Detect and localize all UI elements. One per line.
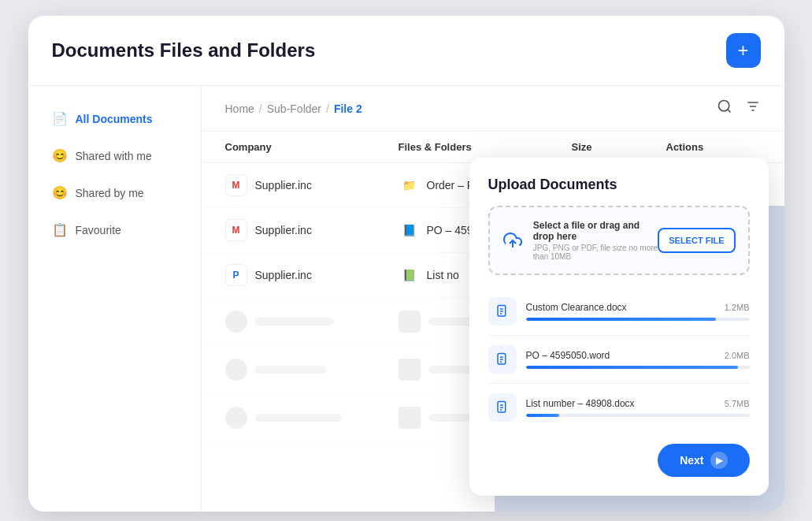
upload-item-name: PO – 4595050.word — [526, 350, 610, 361]
progress-bar-bg — [526, 414, 750, 417]
upload-footer: Next ▶ — [488, 444, 750, 477]
drop-zone-text: Select a file or drag and drop here JPG,… — [533, 220, 658, 261]
drop-zone[interactable]: Select a file or drag and drop here JPG,… — [488, 206, 750, 275]
upload-item-info: PO – 4595050.word 2.0MB — [526, 350, 750, 369]
upload-item-size: 2.0MB — [725, 351, 750, 360]
sidebar: 📄 All Documents 😊 Shared with me 😊 Share… — [28, 86, 202, 512]
upload-item-info: List number – 48908.docx 5.7MB — [526, 398, 750, 417]
breadcrumb-sep-1: / — [259, 102, 262, 115]
shared-with-me-icon: 😊 — [52, 148, 68, 163]
sidebar-item-label: Favourite — [76, 224, 121, 236]
breadcrumb-home[interactable]: Home — [225, 102, 254, 115]
header: Documents Files and Folders + — [28, 16, 784, 86]
file-doc-icon — [488, 297, 517, 326]
file-name: List no — [427, 269, 459, 281]
company-name: Supplier.inc — [255, 179, 312, 192]
sidebar-item-label: Shared by me — [76, 187, 144, 199]
col-actions: Actions — [666, 141, 761, 153]
filter-icon[interactable] — [745, 99, 761, 118]
file-doc-icon — [488, 345, 517, 374]
next-button[interactable]: Next ▶ — [658, 444, 749, 477]
company-name: Supplier.inc — [255, 269, 312, 281]
upload-item-row: PO – 4595050.word 2.0MB — [526, 350, 750, 361]
col-files: Files & Folders — [399, 141, 572, 153]
next-button-label: Next — [680, 454, 703, 467]
upload-item-row: Custom Clearance.docx 1.2MB — [526, 302, 750, 313]
progress-bar-fill — [526, 318, 716, 321]
drop-text-sub: JPG, PNG or PDF, file size no more than … — [533, 244, 658, 261]
select-file-button[interactable]: SELECT FILE — [658, 228, 735, 253]
app-container: Documents Files and Folders + 📄 All Docu… — [28, 16, 784, 512]
progress-bar-bg — [526, 366, 750, 369]
breadcrumb-current[interactable]: File 2 — [334, 102, 362, 115]
drop-text-main: Select a file or drag and drop here — [533, 220, 658, 242]
sidebar-item-all-documents[interactable]: 📄 All Documents — [40, 102, 189, 136]
upload-item-name: Custom Clearance.docx — [526, 302, 627, 313]
upload-modal: Upload Documents Select a file or drag a… — [469, 158, 769, 496]
company-cell: M Supplier.inc — [225, 174, 399, 196]
svg-line-1 — [727, 110, 730, 113]
upload-item: List number – 48908.docx 5.7MB — [488, 384, 750, 431]
company-logo: M — [225, 174, 247, 196]
word-icon: 📘 — [399, 219, 421, 241]
upload-file-list: Custom Clearance.docx 1.2MB PO – 4595050… — [488, 288, 750, 431]
upload-item-size: 1.2MB — [725, 303, 750, 312]
favourite-icon: 📋 — [52, 222, 68, 237]
svg-point-0 — [718, 101, 729, 111]
next-arrow-icon: ▶ — [710, 452, 728, 469]
breadcrumb-subfolder[interactable]: Sub-Folder — [267, 102, 321, 115]
upload-item-size: 5.7MB — [725, 399, 750, 408]
company-logo: P — [225, 264, 247, 286]
drop-zone-left: Select a file or drag and drop here JPG,… — [502, 220, 658, 261]
sidebar-item-label: Shared with me — [76, 150, 152, 162]
file-doc-icon — [488, 393, 517, 422]
progress-bar-fill — [526, 414, 560, 417]
page-title: Documents Files and Folders — [52, 39, 316, 61]
upload-item-name: List number – 48908.docx — [526, 398, 635, 409]
folder-icon: 📁 — [399, 174, 421, 196]
upload-item-row: List number – 48908.docx 5.7MB — [526, 398, 750, 409]
sidebar-item-shared-by-me[interactable]: 😊 Shared by me — [40, 176, 189, 210]
upload-icon — [502, 226, 524, 255]
sidebar-item-label: All Documents — [76, 113, 153, 125]
breadcrumb: Home / Sub-Folder / File 2 — [225, 102, 362, 115]
company-cell: P Supplier.inc — [225, 264, 399, 286]
upload-item-info: Custom Clearance.docx 1.2MB — [526, 302, 750, 321]
breadcrumb-actions — [717, 99, 761, 118]
upload-item: PO – 4595050.word 2.0MB — [488, 336, 750, 384]
col-company: Company — [225, 141, 399, 153]
company-name: Supplier.inc — [255, 224, 312, 236]
sidebar-item-favourite[interactable]: 📋 Favourite — [40, 213, 189, 247]
progress-bar-bg — [526, 318, 750, 321]
breadcrumb-bar: Home / Sub-Folder / File 2 — [202, 86, 784, 132]
col-size: Size — [572, 141, 666, 153]
company-logo: M — [225, 219, 247, 241]
excel-icon: 📗 — [399, 264, 421, 286]
shared-by-me-icon: 😊 — [52, 185, 68, 200]
add-button[interactable]: + — [726, 33, 761, 68]
upload-modal-title: Upload Documents — [488, 177, 750, 193]
company-cell: M Supplier.inc — [225, 219, 399, 241]
progress-bar-fill — [526, 366, 739, 369]
breadcrumb-sep-2: / — [326, 102, 329, 115]
sidebar-item-shared-with-me[interactable]: 😊 Shared with me — [40, 139, 189, 173]
upload-item: Custom Clearance.docx 1.2MB — [488, 288, 750, 336]
search-icon[interactable] — [717, 99, 732, 118]
all-documents-icon: 📄 — [52, 111, 68, 126]
